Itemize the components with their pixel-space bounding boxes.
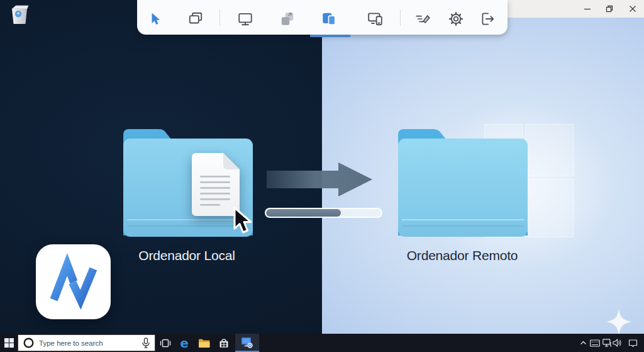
window-titlebar — [496, 0, 644, 18]
exit-session-icon[interactable] — [479, 10, 496, 28]
quick-actions-icon[interactable] — [414, 10, 431, 28]
taskbar: e — [0, 334, 644, 352]
hidden-icons-chevron[interactable] — [577, 334, 589, 352]
taskbar-search[interactable] — [18, 334, 155, 351]
settings-gear-icon[interactable] — [447, 10, 465, 28]
screens-icon[interactable] — [187, 10, 204, 28]
remote-computer-label: Ordenador Remoto — [386, 248, 539, 263]
anyviewer-logo — [36, 244, 111, 319]
local-computer-label: Ordenador Local — [110, 248, 264, 263]
switch-session-icon[interactable] — [279, 10, 296, 28]
maximize-button[interactable] — [599, 0, 620, 18]
screen: Ordenador Local Ordenador Remoto — [0, 0, 644, 352]
wallpaper-windows-logo-pane — [525, 124, 574, 176]
sparkle-icon — [602, 307, 635, 338]
recycle-bin-icon[interactable] — [9, 3, 30, 28]
microsoft-store-icon[interactable] — [215, 334, 233, 352]
session-toolbar — [137, 0, 508, 35]
toolbar-separator — [400, 9, 401, 26]
task-view-button[interactable] — [157, 334, 174, 352]
devices-icon[interactable] — [367, 10, 384, 28]
start-button[interactable] — [0, 334, 18, 352]
microphone-icon[interactable] — [142, 338, 150, 348]
minimize-button[interactable] — [577, 0, 598, 18]
close-button[interactable] — [622, 0, 643, 18]
file-explorer-icon[interactable] — [195, 334, 213, 352]
monitor-view-icon[interactable] — [236, 10, 254, 28]
toolbar-separator — [219, 9, 220, 26]
action-center-icon[interactable] — [625, 334, 640, 352]
remote-folder-icon[interactable] — [398, 125, 528, 239]
mouse-cursor-icon — [232, 206, 253, 236]
transfer-progress-fill — [266, 209, 341, 217]
cortana-icon — [23, 338, 34, 348]
search-input[interactable] — [39, 339, 142, 347]
volume-icon[interactable] — [610, 334, 624, 352]
edge-glyph: e — [180, 336, 189, 351]
pointer-tool-icon[interactable] — [147, 10, 164, 28]
touch-keyboard-icon[interactable] — [589, 334, 601, 352]
file-transfer-icon[interactable] — [320, 10, 338, 28]
wallpaper-windows-logo-pane — [525, 179, 574, 237]
anyviewer-taskbar-button[interactable] — [235, 334, 259, 352]
active-tab-underline — [310, 35, 350, 37]
edge-icon[interactable]: e — [175, 334, 193, 352]
transfer-arrow-icon — [267, 161, 374, 198]
transfer-progress-bar — [265, 208, 382, 218]
